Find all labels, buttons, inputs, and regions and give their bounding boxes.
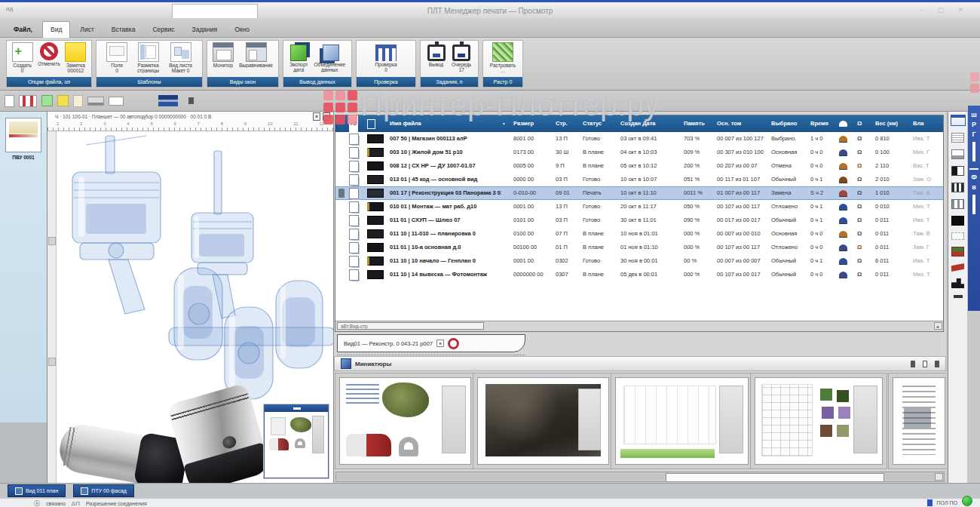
thumbnails-scrollbar[interactable] bbox=[335, 472, 945, 482]
marks-icon[interactable] bbox=[19, 95, 37, 107]
ribbon-button-merge[interactable]: Объединение данных bbox=[314, 42, 345, 72]
page-thumbnail-3[interactable] bbox=[615, 377, 749, 465]
mini1-icon[interactable] bbox=[87, 97, 104, 106]
table-row[interactable]: 011 01 | СХУП — Шлюз 070101 0003 ПГотово… bbox=[335, 214, 943, 227]
scroll-thumb[interactable]: аВт.Вид-стр bbox=[337, 322, 484, 330]
panel-tab-glyph[interactable]: ш bbox=[968, 111, 980, 118]
sheet-tab-2[interactable]: ПТУ 00 фасад bbox=[73, 484, 134, 497]
ribbon-button-raster[interactable]: Растровать … bbox=[490, 42, 516, 73]
scroll-right-button[interactable]: ▸ bbox=[934, 322, 942, 330]
drawing-viewport[interactable]: Ч · 101 100-01 · Планшет — 00 автоподбор… bbox=[47, 112, 334, 483]
column-header-copies[interactable]: Время bbox=[809, 115, 838, 132]
viewport-mini-icon[interactable]: в bbox=[313, 112, 320, 121]
column-header-memory[interactable]: Память bbox=[682, 115, 715, 132]
panel-button-2[interactable] bbox=[923, 361, 927, 367]
page-thumbnail-5[interactable] bbox=[893, 377, 945, 465]
ribbon-button-fields[interactable]: Поля 0 bbox=[106, 42, 127, 73]
panel-tab-glyph[interactable]: Ф bbox=[968, 174, 980, 181]
ribbon-button-create[interactable]: Создать 0 bbox=[12, 42, 33, 73]
scroll-thumb[interactable] bbox=[48, 237, 56, 245]
green-icon[interactable] bbox=[41, 95, 53, 106]
ribbon-tab-service[interactable]: Сервис bbox=[145, 23, 182, 37]
cols-dark-view-icon[interactable] bbox=[951, 166, 964, 176]
table-row[interactable]: 011 01 | 10-а основная д.000100 0001 ПВ … bbox=[335, 241, 943, 254]
ribbon-button-pagesview[interactable]: Вид листа Макет 0 bbox=[169, 42, 192, 73]
column-header-dot[interactable]: • bbox=[501, 115, 512, 132]
steps-view-icon[interactable] bbox=[951, 278, 964, 288]
ribbon-button-check[interactable]: Проверка 0 bbox=[375, 42, 397, 72]
sort-view-icon[interactable] bbox=[951, 133, 964, 143]
ribbon-button-cancel[interactable]: Отменить bbox=[38, 42, 60, 66]
ribbon-tab-view[interactable]: Вид bbox=[42, 21, 70, 38]
dash-view-icon[interactable] bbox=[954, 295, 963, 298]
table-view-icon[interactable] bbox=[951, 115, 966, 126]
column-header-doc[interactable] bbox=[366, 115, 388, 132]
panel-tab-glyph[interactable]: Р bbox=[968, 121, 980, 128]
column-header-printer[interactable] bbox=[838, 115, 856, 132]
column-header-pages[interactable]: Стр. bbox=[554, 115, 581, 132]
tray-view-icon[interactable] bbox=[951, 149, 964, 159]
ribbon-tab-window[interactable]: Окно bbox=[227, 23, 257, 37]
bars-icon[interactable] bbox=[158, 95, 178, 106]
ribbon-tab-jobs[interactable]: Задания bbox=[185, 23, 225, 37]
black-view-icon[interactable] bbox=[951, 216, 964, 226]
column-header-action[interactable]: Выбрано bbox=[770, 115, 809, 132]
sidebar-page-thumbnail[interactable] bbox=[5, 118, 41, 152]
column-header-size[interactable]: Размер bbox=[512, 115, 554, 132]
cream-icon[interactable] bbox=[73, 95, 83, 107]
dotted-view-icon[interactable] bbox=[951, 232, 964, 240]
preview-title-bar[interactable] bbox=[265, 405, 328, 412]
table-row[interactable]: 013 01 | 45 код — основной вид0000 0003 … bbox=[335, 173, 943, 186]
column-header-owner[interactable]: Вла bbox=[911, 115, 939, 132]
column-header-created[interactable]: Создан Дата bbox=[619, 115, 682, 132]
viewport-mini-icon[interactable]: П bbox=[323, 112, 330, 121]
table-horizontal-scrollbar[interactable]: аВт.Вид-стр ▸ bbox=[335, 321, 943, 331]
column-header-name[interactable]: Имя файла bbox=[388, 115, 501, 132]
scroll-button[interactable] bbox=[935, 473, 943, 481]
panel-tab-glyph[interactable]: Г bbox=[968, 131, 980, 138]
page-thumbnail-2[interactable] bbox=[477, 377, 609, 465]
ribbon-tab-file[interactable]: Файл, bbox=[6, 23, 40, 37]
ribbon-tab-insert[interactable]: Вставка bbox=[104, 23, 143, 37]
panel-button-1[interactable] bbox=[911, 361, 915, 367]
scroll-thumb[interactable] bbox=[666, 473, 884, 482]
scroll-thumb[interactable] bbox=[48, 358, 56, 366]
ribbon-button-monitor[interactable]: Монитор bbox=[213, 42, 234, 68]
yellow-icon[interactable] bbox=[57, 95, 69, 106]
column-header-fd[interactable]: FD bbox=[348, 115, 366, 132]
panel-tab-glyph[interactable]: в bbox=[968, 183, 980, 191]
flag-view-icon[interactable] bbox=[951, 263, 964, 272]
quick-access-box[interactable] bbox=[172, 4, 258, 20]
page-icon[interactable] bbox=[5, 95, 14, 107]
table-row[interactable]: 011 10 | 11-010 — планировка 00100 0007 … bbox=[335, 227, 943, 241]
window-controls[interactable]: – ▢ ✕ bbox=[920, 6, 969, 14]
ribbon-button-layout[interactable]: Разметка страницы bbox=[137, 42, 159, 73]
ribbon-tab-sheet[interactable]: Лист bbox=[72, 23, 101, 37]
ribbon-button-export[interactable]: Экспорт дата bbox=[289, 42, 308, 72]
ribbon-button-queue[interactable]: Очередь 17 bbox=[452, 42, 471, 72]
table-row[interactable]: 001 17 | Реконструкция 03 Панорама 3 01-… bbox=[335, 186, 943, 200]
ribbon-button-output[interactable]: Вывод bbox=[427, 42, 446, 67]
tinyb-icon[interactable] bbox=[188, 97, 194, 104]
cols-view-icon[interactable] bbox=[951, 183, 964, 192]
column-header-bell[interactable]: Ω bbox=[856, 115, 874, 132]
table-row[interactable]: 011 10 | 14 вывеска — Фотомонтаж0000000 … bbox=[335, 268, 943, 281]
ribbon-button-align[interactable]: Выравнивание bbox=[239, 42, 273, 68]
page-thumbnail-1[interactable] bbox=[339, 377, 471, 465]
column-header-corner[interactable] bbox=[335, 115, 348, 132]
column-header-volume[interactable]: Осн. том bbox=[715, 115, 770, 132]
table-row[interactable]: 003 10 | Жилой дом 51 р100173 0030 ШВ пл… bbox=[335, 146, 943, 159]
cols2-view-icon[interactable] bbox=[951, 199, 964, 209]
panel-button-3[interactable] bbox=[935, 361, 939, 367]
floating-preview-window[interactable] bbox=[264, 404, 329, 478]
sheet-tab-1[interactable]: Вид 011 план bbox=[8, 484, 66, 497]
palette-view-icon[interactable] bbox=[951, 247, 964, 257]
column-header-status[interactable]: Статус bbox=[581, 115, 619, 132]
table-row[interactable]: 008 12 | СХ НР — ДУ 1007-01.070005 009 П… bbox=[335, 159, 943, 173]
table-row[interactable]: 011 10 | 10 начало — Генплан 00001 00030… bbox=[335, 254, 943, 268]
table-row[interactable]: 007 50 | Магазин 000113 алР8001 0013 ПГо… bbox=[335, 132, 943, 146]
table-row[interactable]: 010 01 | Монтаж — мат раб. д100001 0013 … bbox=[335, 200, 943, 214]
mini2-icon[interactable] bbox=[109, 97, 124, 106]
active-file-tab[interactable]: Вид01 — Реконстр. 0 043-21 р007 в bbox=[337, 334, 525, 352]
page-thumbnail-4[interactable] bbox=[755, 377, 883, 465]
